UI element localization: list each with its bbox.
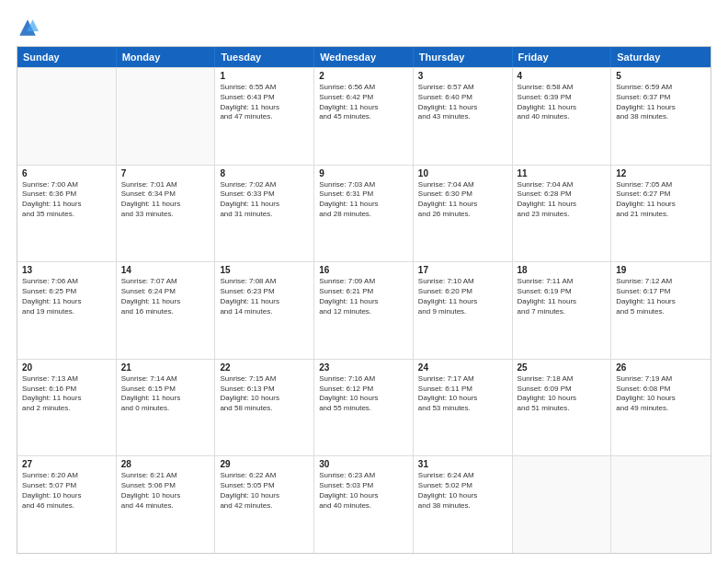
day-detail: Sunrise: 6:55 AM Sunset: 6:43 PM Dayligh… — [220, 83, 309, 122]
calendar-cell: 25Sunrise: 7:18 AM Sunset: 6:09 PM Dayli… — [513, 360, 612, 456]
day-number: 7 — [121, 168, 210, 178]
cal-header-day: Friday — [513, 47, 612, 67]
calendar-cell: 2Sunrise: 6:56 AM Sunset: 6:42 PM Daylig… — [314, 68, 414, 165]
day-number: 15 — [220, 265, 309, 275]
day-detail: Sunrise: 7:12 AM Sunset: 6:17 PM Dayligh… — [616, 277, 706, 316]
calendar-header-row: SundayMondayTuesdayWednesdayThursdayFrid… — [17, 47, 711, 67]
day-detail: Sunrise: 6:21 AM Sunset: 5:06 PM Dayligh… — [121, 471, 210, 511]
page: SundayMondayTuesdayWednesdayThursdayFrid… — [0, 0, 728, 563]
calendar-cell: 5Sunrise: 6:59 AM Sunset: 6:37 PM Daylig… — [611, 68, 711, 165]
calendar-cell: 1Sunrise: 6:55 AM Sunset: 6:43 PM Daylig… — [215, 68, 314, 165]
day-number: 23 — [319, 362, 408, 373]
calendar-cell: 30Sunrise: 6:23 AM Sunset: 5:03 PM Dayli… — [314, 456, 414, 553]
day-detail: Sunrise: 7:10 AM Sunset: 6:20 PM Dayligh… — [418, 277, 507, 316]
day-number: 4 — [518, 71, 607, 81]
day-number: 12 — [616, 168, 706, 178]
calendar-row: 20Sunrise: 7:13 AM Sunset: 6:16 PM Dayli… — [17, 359, 711, 456]
calendar-cell: 29Sunrise: 6:22 AM Sunset: 5:05 PM Dayli… — [215, 456, 314, 553]
day-detail: Sunrise: 7:14 AM Sunset: 6:15 PM Dayligh… — [121, 374, 210, 414]
calendar-cell: 23Sunrise: 7:16 AM Sunset: 6:12 PM Dayli… — [314, 360, 414, 456]
day-number: 30 — [319, 459, 408, 469]
day-number: 28 — [121, 459, 210, 469]
calendar-cell: 13Sunrise: 7:06 AM Sunset: 6:25 PM Dayli… — [17, 262, 117, 359]
day-detail: Sunrise: 7:11 AM Sunset: 6:19 PM Dayligh… — [518, 277, 607, 316]
day-number: 19 — [616, 265, 706, 275]
day-number: 14 — [121, 265, 210, 275]
calendar-cell — [17, 68, 117, 165]
cal-header-day: Tuesday — [215, 47, 314, 67]
calendar-row: 27Sunrise: 6:20 AM Sunset: 5:07 PM Dayli… — [17, 455, 711, 553]
day-number: 24 — [418, 362, 507, 373]
day-detail: Sunrise: 7:13 AM Sunset: 6:16 PM Dayligh… — [22, 374, 111, 414]
calendar: SundayMondayTuesdayWednesdayThursdayFrid… — [17, 46, 711, 554]
calendar-row: 13Sunrise: 7:06 AM Sunset: 6:25 PM Dayli… — [17, 261, 711, 359]
day-number: 29 — [220, 459, 309, 469]
day-detail: Sunrise: 7:04 AM Sunset: 6:28 PM Dayligh… — [518, 180, 607, 220]
day-number: 20 — [22, 362, 111, 373]
day-number: 6 — [22, 168, 111, 178]
day-detail: Sunrise: 7:09 AM Sunset: 6:21 PM Dayligh… — [319, 277, 408, 316]
cal-header-day: Saturday — [611, 47, 711, 67]
calendar-cell: 4Sunrise: 6:58 AM Sunset: 6:39 PM Daylig… — [513, 68, 612, 165]
day-number: 17 — [418, 265, 507, 275]
day-number: 8 — [220, 168, 309, 178]
day-detail: Sunrise: 6:23 AM Sunset: 5:03 PM Dayligh… — [319, 471, 408, 511]
day-number: 18 — [518, 265, 607, 275]
calendar-cell: 26Sunrise: 7:19 AM Sunset: 6:08 PM Dayli… — [611, 360, 711, 456]
calendar-cell: 3Sunrise: 6:57 AM Sunset: 6:40 PM Daylig… — [414, 68, 513, 165]
calendar-cell: 8Sunrise: 7:02 AM Sunset: 6:33 PM Daylig… — [215, 166, 314, 262]
calendar-cell: 14Sunrise: 7:07 AM Sunset: 6:24 PM Dayli… — [117, 262, 216, 359]
day-detail: Sunrise: 7:19 AM Sunset: 6:08 PM Dayligh… — [616, 374, 706, 414]
day-number: 2 — [319, 71, 408, 81]
calendar-cell: 22Sunrise: 7:15 AM Sunset: 6:13 PM Dayli… — [215, 360, 314, 456]
day-detail: Sunrise: 7:08 AM Sunset: 6:23 PM Dayligh… — [220, 277, 309, 316]
day-detail: Sunrise: 7:03 AM Sunset: 6:31 PM Dayligh… — [319, 180, 408, 220]
day-number: 13 — [22, 265, 111, 275]
day-number: 22 — [220, 362, 309, 373]
logo-icon — [17, 17, 39, 39]
day-detail: Sunrise: 6:59 AM Sunset: 6:37 PM Dayligh… — [616, 83, 706, 122]
calendar-cell: 12Sunrise: 7:05 AM Sunset: 6:27 PM Dayli… — [611, 166, 711, 262]
calendar-cell: 20Sunrise: 7:13 AM Sunset: 6:16 PM Dayli… — [17, 360, 117, 456]
calendar-cell: 24Sunrise: 7:17 AM Sunset: 6:11 PM Dayli… — [414, 360, 513, 456]
calendar-cell: 27Sunrise: 6:20 AM Sunset: 5:07 PM Dayli… — [17, 456, 117, 553]
day-number: 10 — [418, 168, 507, 178]
cal-header-day: Wednesday — [314, 47, 414, 67]
day-detail: Sunrise: 7:16 AM Sunset: 6:12 PM Dayligh… — [319, 374, 408, 414]
day-detail: Sunrise: 6:22 AM Sunset: 5:05 PM Dayligh… — [220, 471, 309, 511]
day-detail: Sunrise: 6:56 AM Sunset: 6:42 PM Dayligh… — [319, 83, 408, 122]
day-detail: Sunrise: 7:02 AM Sunset: 6:33 PM Dayligh… — [220, 180, 309, 220]
calendar-cell — [117, 68, 216, 165]
calendar-cell — [611, 456, 711, 553]
cal-header-day: Monday — [117, 47, 216, 67]
day-number: 25 — [518, 362, 607, 373]
calendar-row: 6Sunrise: 7:00 AM Sunset: 6:36 PM Daylig… — [17, 165, 711, 262]
day-detail: Sunrise: 7:18 AM Sunset: 6:09 PM Dayligh… — [518, 374, 607, 414]
day-number: 31 — [418, 459, 507, 469]
day-detail: Sunrise: 6:20 AM Sunset: 5:07 PM Dayligh… — [22, 471, 111, 511]
day-detail: Sunrise: 7:04 AM Sunset: 6:30 PM Dayligh… — [418, 180, 507, 220]
cal-header-day: Sunday — [17, 47, 117, 67]
day-detail: Sunrise: 6:58 AM Sunset: 6:39 PM Dayligh… — [518, 83, 607, 122]
calendar-cell: 21Sunrise: 7:14 AM Sunset: 6:15 PM Dayli… — [117, 360, 216, 456]
calendar-row: 1Sunrise: 6:55 AM Sunset: 6:43 PM Daylig… — [17, 67, 711, 165]
day-number: 1 — [220, 71, 309, 81]
calendar-cell: 17Sunrise: 7:10 AM Sunset: 6:20 PM Dayli… — [414, 262, 513, 359]
cal-header-day: Thursday — [414, 47, 513, 67]
header — [17, 17, 711, 39]
calendar-cell: 18Sunrise: 7:11 AM Sunset: 6:19 PM Dayli… — [513, 262, 612, 359]
day-number: 3 — [418, 71, 507, 81]
day-number: 11 — [518, 168, 607, 178]
day-number: 5 — [616, 71, 706, 81]
calendar-cell: 7Sunrise: 7:01 AM Sunset: 6:34 PM Daylig… — [117, 166, 216, 262]
day-detail: Sunrise: 7:01 AM Sunset: 6:34 PM Dayligh… — [121, 180, 210, 220]
calendar-cell: 10Sunrise: 7:04 AM Sunset: 6:30 PM Dayli… — [414, 166, 513, 262]
calendar-cell: 28Sunrise: 6:21 AM Sunset: 5:06 PM Dayli… — [117, 456, 216, 553]
day-detail: Sunrise: 6:57 AM Sunset: 6:40 PM Dayligh… — [418, 83, 507, 122]
day-detail: Sunrise: 7:17 AM Sunset: 6:11 PM Dayligh… — [418, 374, 507, 414]
calendar-cell: 15Sunrise: 7:08 AM Sunset: 6:23 PM Dayli… — [215, 262, 314, 359]
calendar-cell: 9Sunrise: 7:03 AM Sunset: 6:31 PM Daylig… — [314, 166, 414, 262]
day-detail: Sunrise: 7:07 AM Sunset: 6:24 PM Dayligh… — [121, 277, 210, 316]
calendar-cell — [513, 456, 612, 553]
day-detail: Sunrise: 7:05 AM Sunset: 6:27 PM Dayligh… — [616, 180, 706, 220]
